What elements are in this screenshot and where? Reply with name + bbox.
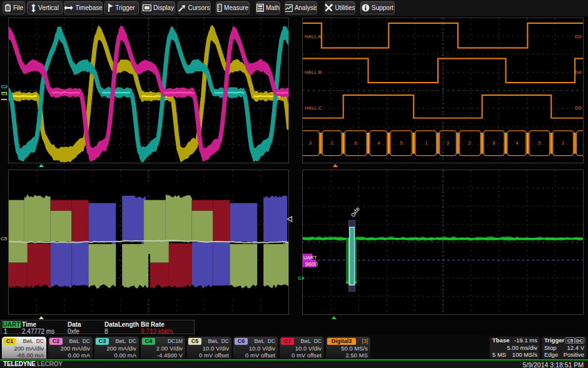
- svg-text:6: 6: [355, 141, 357, 145]
- svg-text:HALL C: HALL C: [305, 105, 322, 111]
- svg-text:2: 2: [331, 141, 333, 145]
- svg-text:UART: UART: [303, 255, 317, 260]
- svg-text:HALL A: HALL A: [305, 34, 322, 39]
- svg-text:1: 1: [562, 141, 564, 145]
- svg-text:HALL B: HALL B: [305, 69, 322, 75]
- svg-text:D3: D3: [575, 34, 582, 39]
- svg-text:3: 3: [447, 141, 449, 145]
- svg-text:1: 1: [425, 141, 427, 145]
- svg-text:D5: D5: [575, 105, 582, 111]
- svg-text:0xfe: 0xfe: [350, 206, 361, 218]
- svg-text:4: 4: [378, 141, 380, 145]
- svg-text:5: 5: [538, 141, 540, 145]
- svg-text:9600: 9600: [305, 261, 318, 267]
- svg-text:3: 3: [309, 141, 312, 145]
- svg-text:6: 6: [493, 141, 495, 145]
- svg-text:5: 5: [400, 141, 402, 145]
- svg-text:2: 2: [469, 141, 471, 145]
- svg-text:D4: D4: [575, 69, 582, 75]
- svg-text:4: 4: [516, 141, 519, 145]
